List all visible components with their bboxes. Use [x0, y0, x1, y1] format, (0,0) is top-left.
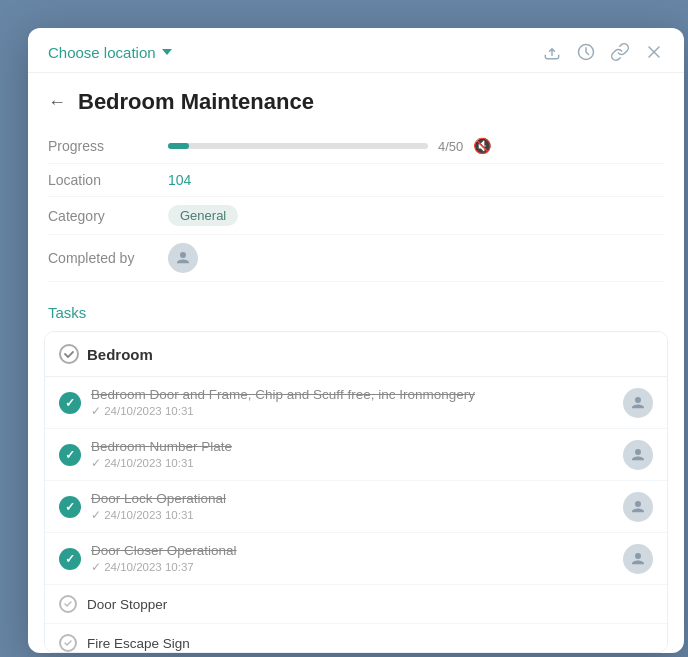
title-row: ← Bedroom Maintenance [28, 73, 684, 125]
modal-header: Choose location [28, 28, 684, 73]
task-content: Door Lock Operational ✓ 24/10/2023 10:31 [91, 491, 613, 522]
progress-count: 4/50 [438, 139, 463, 154]
category-row: Category General [48, 197, 664, 235]
task-content: Fire Escape Sign [87, 636, 653, 651]
task-content: Door Closer Operational ✓ 24/10/2023 10:… [91, 543, 613, 574]
progress-label: Progress [48, 138, 168, 154]
location-value: 104 [168, 172, 191, 188]
task-content: Bedroom Door and Frame, Chip and Scuff f… [91, 387, 613, 418]
task-item[interactable]: Door Closer Operational ✓ 24/10/2023 10:… [45, 533, 667, 585]
task-content: Bedroom Number Plate ✓ 24/10/2023 10:31 [91, 439, 613, 470]
page-title: Bedroom Maintenance [78, 89, 314, 115]
task-group-header: Bedroom [45, 332, 667, 377]
location-label: Location [48, 172, 168, 188]
progress-bar-container: 4/50 🔇 [168, 137, 492, 155]
location-row: Location 104 [48, 164, 664, 197]
task-check-filled-icon [59, 392, 81, 414]
task-date: ✓ 24/10/2023 10:31 [91, 508, 613, 522]
completed-by-row: Completed by [48, 235, 664, 282]
task-name: Door Closer Operational [91, 543, 613, 558]
task-group-name: Bedroom [87, 346, 153, 363]
task-assignee-avatar [623, 388, 653, 418]
task-content: Door Stopper [87, 597, 653, 612]
task-item[interactable]: Door Stopper [45, 585, 667, 624]
task-check-filled-icon [59, 444, 81, 466]
choose-location-label: Choose location [48, 44, 156, 61]
task-item[interactable]: Door Lock Operational ✓ 24/10/2023 10:31 [45, 481, 667, 533]
choose-location-button[interactable]: Choose location [48, 44, 172, 61]
completed-by-label: Completed by [48, 250, 168, 266]
task-name: Fire Escape Sign [87, 636, 653, 651]
meta-section: Progress 4/50 🔇 Location 104 Category Ge… [28, 125, 684, 294]
task-assignee-avatar [623, 440, 653, 470]
upload-icon[interactable] [542, 42, 562, 62]
mute-icon: 🔇 [473, 137, 492, 155]
task-date: ✓ 24/10/2023 10:31 [91, 456, 613, 470]
task-assignee-avatar [623, 544, 653, 574]
task-item[interactable]: Bedroom Number Plate ✓ 24/10/2023 10:31 [45, 429, 667, 481]
progress-bar-fill [168, 143, 189, 149]
task-name: Bedroom Door and Frame, Chip and Scuff f… [91, 387, 613, 402]
avatar [168, 243, 198, 273]
task-name: Door Stopper [87, 597, 653, 612]
task-name: Bedroom Number Plate [91, 439, 613, 454]
task-check-empty-icon [59, 634, 77, 652]
category-label: Category [48, 208, 168, 224]
modal-container: Choose location ← Bedroom Maintenance Pr… [28, 28, 684, 653]
task-check-filled-icon [59, 548, 81, 570]
chevron-down-icon [162, 49, 172, 55]
task-item[interactable]: Bedroom Door and Frame, Chip and Scuff f… [45, 377, 667, 429]
task-assignee-avatar [623, 492, 653, 522]
tasks-section-label: Tasks [28, 294, 684, 327]
task-check-filled-icon [59, 496, 81, 518]
clock-icon[interactable] [576, 42, 596, 62]
back-button[interactable]: ← [48, 92, 66, 113]
progress-bar-background [168, 143, 428, 149]
progress-row: Progress 4/50 🔇 [48, 129, 664, 164]
group-check-icon [59, 344, 79, 364]
close-icon[interactable] [644, 42, 664, 62]
category-badge: General [168, 205, 238, 226]
header-actions [542, 42, 664, 62]
task-name: Door Lock Operational [91, 491, 613, 506]
task-item[interactable]: Fire Escape Sign [45, 624, 667, 653]
link-icon[interactable] [610, 42, 630, 62]
task-date: ✓ 24/10/2023 10:31 [91, 404, 613, 418]
task-check-empty-icon [59, 595, 77, 613]
tasks-container: Bedroom Bedroom Door and Frame, Chip and… [44, 331, 668, 653]
task-date: ✓ 24/10/2023 10:37 [91, 560, 613, 574]
